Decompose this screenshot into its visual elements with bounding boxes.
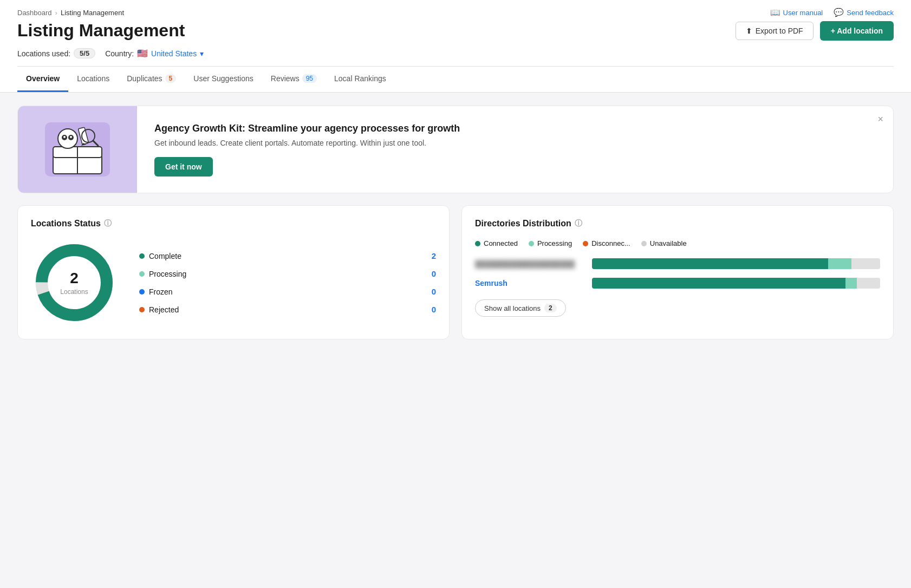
processing-count: 0 bbox=[432, 269, 436, 278]
dir-bar-semrush bbox=[592, 278, 880, 289]
locations-status-info-icon[interactable]: ⓘ bbox=[104, 219, 112, 228]
meta-row: Locations used: 5/5 Country: 🇺🇸 United S… bbox=[17, 48, 894, 66]
legend-item-processing: Processing 0 bbox=[139, 269, 436, 278]
dir-processing-dot bbox=[529, 241, 534, 246]
country-label: Country: bbox=[105, 49, 134, 58]
dir-name-blurred: ████████████████████ bbox=[475, 260, 583, 268]
tab-user-suggestions[interactable]: User Suggestions bbox=[185, 67, 262, 92]
flag-icon: 🇺🇸 bbox=[137, 48, 148, 58]
dir-legend-processing: Processing bbox=[529, 239, 572, 247]
directories-distribution-title: Directories Distribution ⓘ bbox=[475, 219, 880, 228]
status-legend: Complete 2 Processing 0 bbox=[139, 251, 436, 314]
dir-row-semrush: Semrush bbox=[475, 278, 880, 289]
donut-center: 2 Locations bbox=[60, 270, 88, 296]
export-pdf-button[interactable]: ⬆ Export to PDF bbox=[736, 22, 814, 40]
tab-duplicates[interactable]: Duplicates 5 bbox=[118, 67, 185, 92]
donut-chart: 2 Locations bbox=[31, 239, 118, 326]
user-manual-label: User manual bbox=[783, 9, 823, 17]
add-location-button[interactable]: + Add location bbox=[820, 21, 894, 41]
dir-bar-blurred bbox=[592, 258, 880, 269]
directories-info-icon[interactable]: ⓘ bbox=[575, 219, 582, 228]
dir-bar-processing-semrush bbox=[845, 278, 857, 289]
legend-item-frozen: Frozen 0 bbox=[139, 287, 436, 296]
dir-bar-connected-semrush bbox=[592, 278, 845, 289]
donut-label: Locations bbox=[60, 288, 88, 296]
header-row: Listing Management ⬆ Export to PDF + Add… bbox=[17, 17, 894, 48]
connected-dot bbox=[475, 241, 480, 246]
donut-section: 2 Locations Complete 2 bbox=[31, 239, 436, 326]
dir-name-semrush[interactable]: Semrush bbox=[475, 279, 583, 288]
promo-close-button[interactable]: × bbox=[877, 114, 883, 125]
dir-legend-unavailable: Unavailable bbox=[641, 239, 687, 247]
processing-dot bbox=[139, 271, 145, 277]
header-buttons: ⬆ Export to PDF + Add location bbox=[736, 21, 894, 41]
breadcrumb-sep: › bbox=[55, 9, 57, 17]
country-name: United States bbox=[151, 49, 197, 58]
tab-overview[interactable]: Overview bbox=[17, 67, 68, 92]
page-title: Listing Management bbox=[17, 21, 185, 41]
promo-illustration bbox=[40, 112, 115, 187]
promo-title: Agency Growth Kit: Streamline your agenc… bbox=[154, 123, 876, 134]
dir-bar-connected-blurred bbox=[592, 258, 828, 269]
svg-point-8 bbox=[70, 136, 72, 138]
promo-banner: Agency Growth Kit: Streamline your agenc… bbox=[17, 106, 894, 193]
upload-icon: ⬆ bbox=[746, 27, 752, 35]
send-feedback-label: Send feedback bbox=[847, 9, 894, 17]
breadcrumb-row: Dashboard › Listing Management 📖 User ma… bbox=[17, 0, 894, 17]
main-content: Agency Growth Kit: Streamline your agenc… bbox=[0, 93, 911, 352]
directories-distribution-card: Directories Distribution ⓘ Connected Pro… bbox=[461, 205, 894, 339]
breadcrumb-dashboard[interactable]: Dashboard bbox=[17, 9, 52, 17]
dir-legend: Connected Processing Disconnec... Unavai… bbox=[475, 239, 880, 247]
top-bar: Dashboard › Listing Management 📖 User ma… bbox=[0, 0, 911, 93]
tab-reviews[interactable]: Reviews 95 bbox=[262, 67, 326, 92]
dir-processing-label: Processing bbox=[537, 239, 572, 247]
svg-point-7 bbox=[63, 136, 66, 138]
reviews-badge: 95 bbox=[302, 74, 317, 83]
locations-status-card: Locations Status ⓘ 2 Locations bbox=[17, 205, 450, 339]
rejected-label: Rejected bbox=[149, 305, 179, 314]
dir-legend-disconnected: Disconnec... bbox=[583, 239, 630, 247]
tabs-row: Overview Locations Duplicates 5 User Sug… bbox=[17, 66, 894, 92]
user-manual-link[interactable]: 📖 User manual bbox=[770, 8, 823, 17]
chevron-down-icon: ▾ bbox=[200, 49, 204, 58]
chat-icon: 💬 bbox=[834, 8, 844, 17]
show-all-label: Show all locations bbox=[484, 304, 541, 312]
disconnected-dot bbox=[583, 241, 588, 246]
locations-status-title: Locations Status ⓘ bbox=[31, 219, 436, 228]
svg-point-4 bbox=[58, 129, 77, 148]
complete-label: Complete bbox=[149, 252, 181, 260]
breadcrumb-listing-management: Listing Management bbox=[61, 9, 124, 17]
frozen-label: Frozen bbox=[149, 288, 173, 296]
promo-description: Get inbound leads. Create client portals… bbox=[154, 139, 876, 147]
unavailable-dot bbox=[641, 241, 647, 246]
breadcrumb: Dashboard › Listing Management bbox=[17, 9, 124, 17]
complete-count: 2 bbox=[432, 251, 436, 260]
frozen-dot bbox=[139, 289, 145, 295]
locations-used: Locations used: 5/5 bbox=[17, 48, 95, 58]
rejected-dot bbox=[139, 307, 145, 312]
locations-used-label: Locations used: bbox=[17, 49, 70, 58]
send-feedback-link[interactable]: 💬 Send feedback bbox=[834, 8, 894, 17]
top-links: 📖 User manual 💬 Send feedback bbox=[770, 8, 894, 17]
disconnected-label: Disconnec... bbox=[591, 239, 630, 247]
legend-item-complete: Complete 2 bbox=[139, 251, 436, 260]
legend-item-rejected: Rejected 0 bbox=[139, 305, 436, 314]
dir-bar-processing-blurred bbox=[828, 258, 851, 269]
tab-local-rankings[interactable]: Local Rankings bbox=[326, 67, 395, 92]
dir-rows: ████████████████████ Semrush bbox=[475, 258, 880, 289]
show-all-locations-button[interactable]: Show all locations 2 bbox=[475, 299, 566, 317]
promo-image bbox=[18, 106, 137, 193]
dir-row-blurred: ████████████████████ bbox=[475, 258, 880, 269]
tab-locations[interactable]: Locations bbox=[68, 67, 118, 92]
processing-label: Processing bbox=[149, 270, 186, 278]
donut-number: 2 bbox=[60, 270, 88, 287]
duplicates-badge: 5 bbox=[165, 74, 177, 83]
promo-text: Agency Growth Kit: Streamline your agenc… bbox=[137, 108, 893, 192]
dir-legend-connected: Connected bbox=[475, 239, 518, 247]
dir-bar-unavailable-semrush bbox=[857, 278, 880, 289]
connected-label: Connected bbox=[484, 239, 518, 247]
dir-bar-unavailable-blurred bbox=[851, 258, 880, 269]
cards-row: Locations Status ⓘ 2 Locations bbox=[17, 205, 894, 339]
country-selector[interactable]: Country: 🇺🇸 United States ▾ bbox=[105, 48, 204, 58]
get-it-now-button[interactable]: Get it now bbox=[154, 157, 213, 177]
